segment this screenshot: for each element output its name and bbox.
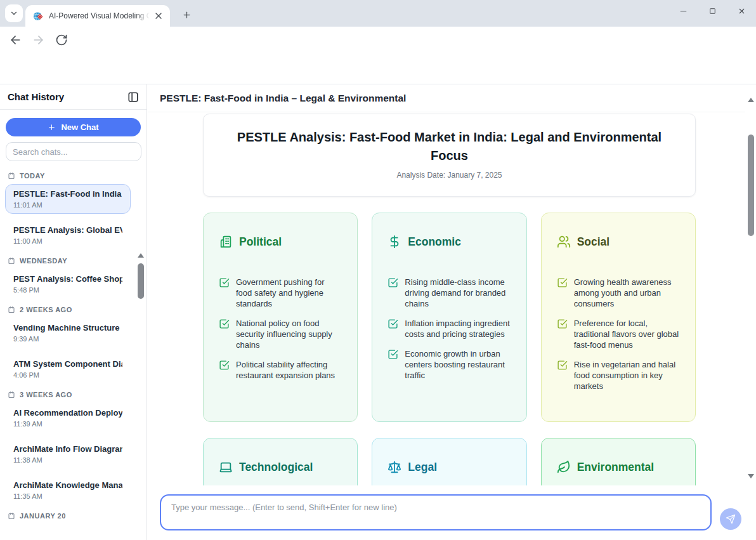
browser-tab[interactable]: AI-Powered Visual Modeling Ch (25, 5, 170, 27)
maximize-button[interactable] (698, 0, 727, 22)
card-title: Economic (408, 235, 461, 249)
forward-button[interactable] (32, 34, 45, 46)
card-items: Growing health awareness among youth and… (557, 277, 680, 392)
maximize-icon (708, 7, 717, 15)
card-item: Economic growth in urban centers boostin… (388, 348, 511, 381)
tab-close-icon[interactable] (153, 11, 164, 21)
group-label: WEDNESDAY (20, 257, 67, 265)
group-label: 3 WEEKS AGO (20, 391, 72, 398)
chat-item-title: Vending Machine Structure (13, 322, 122, 333)
card-item-text: Inflation impacting ingredient costs and… (405, 318, 511, 339)
close-icon (738, 7, 746, 15)
card-items: Rising middle-class income driving deman… (388, 277, 511, 381)
chat-history-group: 3 WEEKS AGO AI Recommendation Deploy... … (5, 390, 131, 505)
group-items: Vending Machine Structure 9:39 AM ATM Sy… (5, 318, 131, 384)
checkbox-check-icon (388, 319, 398, 329)
chat-item-title: PEST Analysis: Coffee Shop S... (13, 273, 122, 284)
chat-item-title: AI Recommendation Deploy... (13, 407, 122, 418)
chat-history-item[interactable]: ArchiMate Knowledge Mana... 11:35 AM (5, 475, 131, 505)
group-label-row: JANUARY 20 (8, 511, 128, 520)
card-heading: Technological (219, 460, 342, 474)
card-item-text: Rising middle-class income driving deman… (405, 277, 511, 309)
chat-item-time: 9:39 AM (13, 334, 122, 343)
group-items: AI Recommendation Deploy... 11:39 AM Arc… (5, 403, 131, 505)
chat-history-item[interactable]: ArchiMate Info Flow Diagram 11:38 AM (5, 439, 131, 469)
main-panel: PESTLE: Fast-Food in India – Legal & Env… (148, 84, 756, 540)
card-title: Political (239, 235, 282, 249)
send-button[interactable] (720, 508, 741, 530)
chat-history-item[interactable]: PEST Analysis: Coffee Shop S... 5:48 PM (5, 269, 131, 299)
card-item: Rising middle-class income driving deman… (388, 277, 511, 309)
chat-history-item[interactable]: ATM System Component Dia... 4:06 PM (5, 354, 131, 384)
group-items: PEST Analysis: Coffee Shop S... 5:48 PM (5, 269, 131, 299)
laptop-icon (219, 460, 233, 474)
card-item: Political stability affecting restaurant… (219, 359, 342, 381)
window-controls (668, 0, 756, 22)
tab-strip: AI-Powered Visual Modeling Ch (0, 0, 756, 27)
card-item: Government pushing for food safety and h… (219, 277, 342, 309)
browser-window: AI-Powered Visual Modeling Ch ai-toolbox… (0, 0, 756, 540)
card-item-text: Government pushing for food safety and h… (236, 277, 342, 309)
pestle-card: Legal (372, 438, 526, 485)
search-input[interactable] (6, 142, 141, 161)
scrollbar-thumb[interactable] (748, 135, 754, 236)
message-input-bar (148, 485, 756, 540)
card-items: Government pushing for food safety and h… (219, 277, 342, 381)
chat-item-time: 5:48 PM (13, 286, 122, 294)
card-heading: Social (557, 235, 680, 249)
analysis-title: PESTLE Analysis: Fast-Food Market in Ind… (228, 128, 671, 165)
sidebar-title: Chat History (8, 91, 64, 102)
checkbox-check-icon (219, 319, 230, 329)
card-item-text: Economic growth in urban centers boostin… (405, 348, 511, 381)
plus-icon (182, 10, 192, 20)
back-button[interactable] (9, 34, 22, 46)
checkbox-check-icon (557, 277, 568, 288)
chat-item-title: ArchiMate Info Flow Diagram (13, 444, 122, 454)
close-button[interactable] (727, 0, 756, 22)
reload-button[interactable] (55, 34, 68, 46)
card-item-text: Preference for local, traditional flavor… (574, 318, 680, 350)
minimize-button[interactable] (668, 0, 698, 22)
message-input[interactable] (160, 494, 712, 530)
chat-item-title: ArchiMate Knowledge Mana... (13, 480, 122, 491)
plus-icon (48, 123, 56, 131)
scroll-down-arrow[interactable] (748, 474, 754, 478)
group-label-row: WEDNESDAY (8, 256, 128, 265)
send-icon (726, 514, 736, 524)
new-chat-label: New Chat (61, 122, 98, 132)
chat-history-group: WEDNESDAY PEST Analysis: Coffee Shop S..… (5, 256, 131, 299)
chat-history-item[interactable]: PESTLE: Fast-Food in India – ... 11:01 A… (5, 184, 131, 214)
card-item-text: Rise in vegetarian and halal food consum… (574, 359, 680, 392)
pestle-card: Social Growing health awareness among yo… (541, 213, 696, 422)
app-header: Chatbot Powered by Visual Paradigm More … (0, 53, 756, 84)
calendar-icon (8, 257, 15, 265)
card-item: Growing health awareness among youth and… (557, 277, 680, 309)
new-chat-button[interactable]: New Chat (6, 118, 141, 136)
chat-item-title: PESTLE: Fast-Food in India – ... (13, 188, 122, 199)
new-tab-button[interactable] (178, 6, 195, 23)
scrollbar-thumb[interactable] (138, 263, 144, 299)
checkbox-check-icon (219, 360, 230, 371)
group-label-row: 3 WEEKS AGO (8, 390, 128, 399)
chat-history-group: 2 WEEKS AGO Vending Machine Structure 9:… (5, 305, 131, 384)
checkbox-check-icon (557, 360, 568, 371)
tab-search-button[interactable] (5, 4, 23, 22)
pestle-card: Political Government pushing for food sa… (203, 213, 358, 422)
chat-history-item[interactable]: Vending Machine Structure 9:39 AM (5, 318, 131, 348)
chat-history-item[interactable]: AI Recommendation Deploy... 11:39 AM (5, 403, 131, 433)
sidebar-scrollbar[interactable] (135, 251, 147, 540)
checkbox-check-icon (557, 319, 568, 329)
calendar-icon (8, 172, 15, 180)
chat-item-title: ATM System Component Dia... (13, 359, 122, 369)
scales-icon (388, 460, 401, 474)
card-item: National policy on food security influen… (219, 318, 342, 350)
group-label-row: 2 WEEKS AGO (8, 305, 128, 314)
pestle-card: Technological (203, 438, 358, 485)
card-title: Legal (408, 461, 437, 474)
scroll-up-arrow[interactable] (138, 253, 144, 258)
scroll-up-arrow[interactable] (748, 98, 754, 102)
collapse-sidebar-icon[interactable] (127, 91, 139, 103)
minimize-icon (679, 7, 688, 15)
main-scrollbar[interactable] (745, 95, 756, 485)
chat-history-item[interactable]: PESTLE Analysis: Global EV In... 11:00 A… (5, 220, 131, 250)
